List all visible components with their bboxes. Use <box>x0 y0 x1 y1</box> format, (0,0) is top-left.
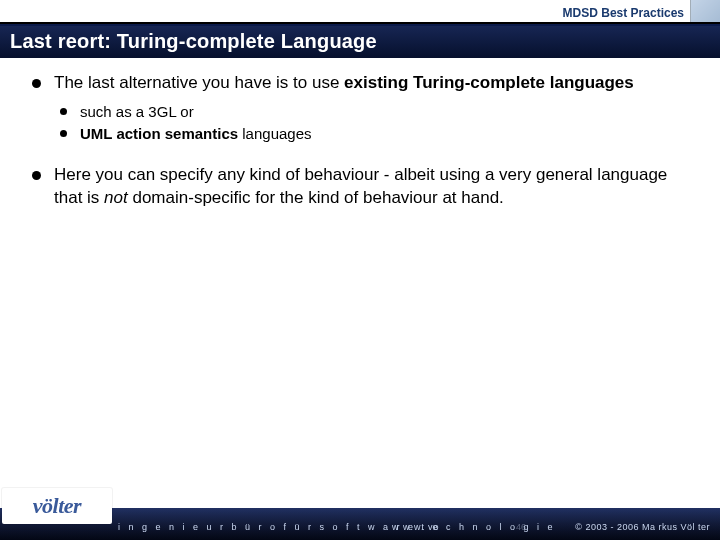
sub-bullet-text: such as a 3GL or <box>80 103 194 120</box>
bullet-text-suffix: domain-specific for the kind of behaviou… <box>128 188 504 207</box>
title-bar: Last reort: Turing-complete Language <box>0 24 720 58</box>
header-decoration <box>690 0 720 24</box>
logo: völter <box>2 488 112 524</box>
footer-url: w w w. vo <box>392 522 440 532</box>
logo-text: völter <box>33 493 81 519</box>
bullet-item: Here you can specify any kind of behavio… <box>28 164 692 210</box>
bullet-text-italic: not <box>104 188 128 207</box>
bullet-text-prefix: The last alternative you have is to use <box>54 73 344 92</box>
footer-tagline: i n g e n i e u r b ü r o f ü r s o f t … <box>118 522 556 532</box>
bullet-item: The last alternative you have is to use … <box>28 72 692 146</box>
slide-title: Last reort: Turing-complete Language <box>0 26 720 57</box>
sub-bullet-list: such as a 3GL or UML action semantics la… <box>54 101 692 146</box>
bullet-text-bold: existing Turing-complete languages <box>344 73 634 92</box>
slide-content: The last alternative you have is to use … <box>28 72 692 228</box>
header-label: MDSD Best Practices <box>563 6 684 20</box>
slide: MDSD Best Practices Last reort: Turing-c… <box>0 0 720 540</box>
sub-bullet-item: such as a 3GL or <box>54 101 692 124</box>
sub-bullet-item: UML action semantics languages <box>54 123 692 146</box>
footer-copyright: © 2003 - 2006 Ma rkus Völ ter <box>575 522 710 532</box>
sub-bullet-bold: UML action semantics <box>80 125 238 142</box>
sub-bullet-text: languages <box>238 125 311 142</box>
bullet-list: The last alternative you have is to use … <box>28 72 692 210</box>
footer-page-number: 46 <box>516 522 526 532</box>
